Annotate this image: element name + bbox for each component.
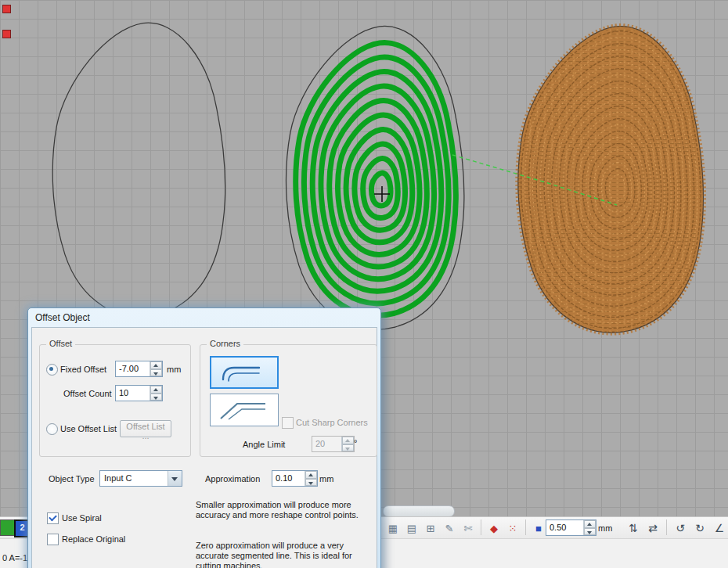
toolbar-separator [481,519,481,535]
object-type-dropdown[interactable]: Input C [99,470,182,487]
fixed-offset-radio[interactable] [46,364,58,376]
offset-count-stepper[interactable]: 10 [115,385,163,401]
use-spiral-label: Use Spiral [62,513,102,523]
approximation-note-2: Zero approximation will produce a very a… [196,541,373,568]
approximation-note-1: Smaller approximation will produce more … [196,500,373,520]
fixed-offset-label: Fixed Offset [60,365,106,374]
rounded-corner-icon [217,361,272,384]
horizontal-scrollbar-thumb[interactable] [383,505,455,517]
approximation-value: 0.10 [272,471,305,486]
angle-limit-label: Angle Limit [243,440,285,449]
palette-chip-green[interactable] [0,519,15,536]
cut-sharp-corners-checkbox[interactable] [282,417,294,429]
object-type-value: Input C [100,471,168,486]
spin-down-icon[interactable] [305,479,317,487]
outline-width-stepper[interactable]: 0.50 [546,519,596,536]
object-type-label: Object Type [49,474,95,484]
offset-rings [296,43,456,316]
spin-up-icon[interactable] [305,471,317,479]
rotate-cw-icon[interactable]: ↻ [691,519,708,537]
sharp-corner-style-button[interactable] [210,394,279,426]
outline-width-unit: mm [598,523,612,533]
angle-limit-unit: ° [354,438,357,448]
sharp-corner-icon [217,398,272,422]
transform-icon-group: ⇅ ⇄ ↺ ↻ ∠ [625,519,728,537]
cut-sharp-corners-label: Cut Sharp Corners [296,418,368,427]
approximation-stepper[interactable]: 0.10 [272,470,318,487]
spin-down-icon[interactable] [150,394,162,401]
red-marker-icon [2,5,11,13]
dialog-title: Offset Object [35,312,90,323]
offset-group: Offset Fixed Offset -7.00 mm Offset Coun… [39,344,191,457]
rotate-ccw-icon[interactable]: ↺ [672,519,689,537]
flip-horizontal-icon[interactable]: ⇄ [644,519,661,537]
toolbar-icon-group: ▦ ▤ ⊞ ✎ ✄ ◆ ⁙ ■ ● [384,519,566,537]
spin-down-icon[interactable] [584,528,596,536]
stitch-shape[interactable] [518,27,704,333]
chevron-down-icon[interactable] [168,471,182,486]
reshape-icon[interactable]: ✎ [441,519,458,537]
outline-width-value: 0.50 [546,520,583,535]
spin-down-icon[interactable] [342,444,354,452]
fixed-offset-value: -7.00 [116,361,150,376]
offset-shape[interactable] [287,26,464,329]
offset-list-button[interactable]: Offset List ... [120,420,171,437]
stitch-dots-icon[interactable]: ⁙ [504,519,521,537]
angle-limit-value: 20 [312,437,341,451]
fixed-offset-unit: mm [167,365,181,374]
angle-limit-stepper[interactable]: 20 [312,436,355,452]
approximation-label: Approximation [205,474,260,484]
rounded-corner-style-button[interactable] [210,356,279,389]
spin-up-icon[interactable] [584,520,596,528]
scissors-icon[interactable]: ✄ [460,519,477,537]
fixed-offset-stepper[interactable]: -7.00 [115,361,163,377]
outline-shape[interactable] [52,23,225,317]
red-diamond-icon[interactable]: ◆ [485,519,503,537]
angle-icon[interactable]: ∠ [711,519,728,537]
flip-vertical-icon[interactable]: ⇅ [625,519,642,537]
replace-original-checkbox[interactable] [47,534,59,545]
corners-group: Corners Cut Sharp Corners Angle Limit 20 [200,344,377,457]
offset-group-legend: Offset [46,339,75,348]
use-offset-list-radio[interactable] [46,423,58,435]
mesh-icon[interactable]: ⊞ [422,519,439,537]
toolbar-separator [666,519,667,535]
fill-grid-icon[interactable]: ▦ [384,519,402,537]
red-marker-icon [2,30,11,38]
replace-original-label: Replace Original [62,534,125,544]
offset-object-dialog[interactable]: Offset Object Offset Fixed Offset -7.00 … [27,307,381,568]
spin-up-icon[interactable] [342,437,354,444]
approximation-unit: mm [319,474,333,484]
spin-up-icon[interactable] [150,361,162,369]
toolbar-separator [525,519,526,535]
offset-count-label: Offset Count [63,389,112,398]
use-offset-list-label: Use Offset List [60,424,117,433]
dialog-body: Offset Fixed Offset -7.00 mm Offset Coun… [31,327,377,568]
use-spiral-checkbox[interactable] [47,512,59,524]
spin-down-icon[interactable] [150,369,162,377]
spin-up-icon[interactable] [150,386,162,394]
swatch-blue-icon[interactable]: ■ [530,519,547,537]
pattern-fill-icon[interactable]: ▤ [403,519,420,537]
corners-group-legend: Corners [207,339,243,348]
offset-count-value: 10 [116,386,150,401]
